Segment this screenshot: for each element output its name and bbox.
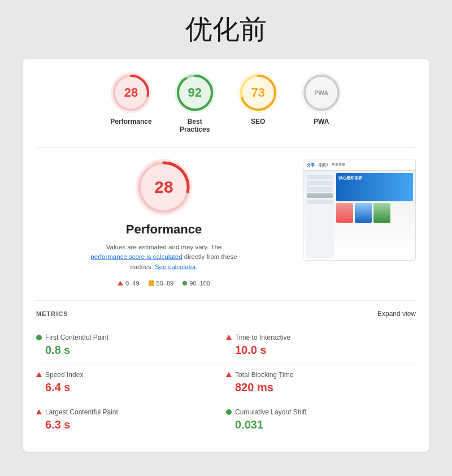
ss-logo: 分享: [307, 162, 315, 168]
metric-fcp-value: 0.8 s: [36, 344, 226, 357]
metric-tti-indicator: [226, 335, 232, 340]
metric-si-row: Speed Index: [36, 371, 226, 379]
score-item-seo: 73 SEO: [238, 72, 279, 133]
metric-lcp-value: 6.3 s: [36, 418, 226, 431]
metric-tti-row: Time to Interactive: [226, 334, 416, 341]
score-number-performance: 28: [124, 85, 138, 100]
metric-tbt-value: 820 ms: [226, 381, 416, 394]
metric-tti-value: 10.0 s: [226, 344, 416, 357]
legend-row: 0–49 50–89 90–100: [118, 280, 210, 287]
ss-sidebar: [306, 173, 334, 258]
score-circle-pwa: PWA: [301, 72, 342, 113]
metric-si-value: 6.4 s: [36, 381, 226, 394]
metric-si: Speed Index 6.4 s: [36, 364, 226, 401]
score-item-performance: 28 Performance: [110, 72, 151, 133]
main-card: 28 Performance 92 BestPractices: [23, 59, 429, 452]
score-circle-performance: 28: [111, 72, 151, 113]
big-performance-circle: 28: [136, 159, 192, 215]
legend-red: 0–49: [118, 280, 139, 287]
ss-sidebar-item: [307, 175, 333, 179]
metric-fcp: First Contentful Paint 0.8 s: [36, 327, 226, 364]
score-item-best-practices: 92 BestPractices: [175, 72, 215, 133]
metric-cls-value: 0.031: [226, 418, 416, 431]
metric-tbt-indicator: [226, 372, 232, 377]
scores-row: 28 Performance 92 BestPractices: [36, 72, 416, 148]
divider: [36, 300, 416, 301]
metric-cls-indicator: [226, 409, 232, 415]
big-score: 28: [154, 178, 173, 197]
metric-cls-row: Cumulative Layout Shift: [226, 408, 416, 416]
score-circle-best-practices: 92: [175, 72, 215, 113]
ss-nav2: 更多菜单: [332, 162, 345, 167]
metrics-grid: First Contentful Paint 0.8 s Time to Int…: [36, 327, 416, 438]
ss-product: [336, 203, 353, 223]
page-title: 优化前: [185, 11, 267, 47]
metric-tti: Time to Interactive 10.0 s: [226, 327, 416, 364]
metric-lcp-indicator: [36, 409, 42, 414]
perf-score-link[interactable]: performance score is calculated: [90, 253, 182, 260]
ss-product: [355, 203, 372, 223]
score-circle-seo: 73: [238, 72, 279, 113]
metric-tbt: Total Blocking Time 820 ms: [226, 364, 416, 401]
ss-sidebar-item: [307, 200, 333, 204]
screenshot-preview: 分享 导航1 更多菜单 以心感知世界: [303, 159, 416, 261]
metric-tti-name: Time to Interactive: [235, 334, 290, 341]
ss-banner: 以心感知世界: [336, 173, 413, 201]
legend-square-orange: [149, 280, 154, 286]
metric-si-indicator: [36, 372, 42, 377]
score-label-performance: Performance: [110, 118, 151, 126]
ss-products: [336, 203, 413, 223]
expand-view-button[interactable]: Expand view: [377, 310, 416, 318]
metric-tbt-row: Total Blocking Time: [226, 371, 416, 379]
calculator-link[interactable]: See calculator.: [155, 263, 197, 270]
legend-label-orange: 50–89: [157, 280, 174, 287]
ss-sidebar-item: [307, 181, 333, 185]
legend-label-green: 90–100: [189, 280, 210, 287]
metric-fcp-indicator: [36, 335, 42, 340]
score-label-best-practices: BestPractices: [180, 118, 210, 133]
score-item-pwa: PWA PWA: [301, 72, 342, 133]
metric-tbt-name: Total Blocking Time: [235, 371, 293, 379]
metric-fcp-name: First Contentful Paint: [45, 334, 108, 341]
score-number-seo: 73: [251, 85, 264, 100]
legend-green: 90–100: [182, 280, 210, 287]
metric-fcp-row: First Contentful Paint: [36, 334, 226, 341]
metric-cls: Cumulative Layout Shift 0.031: [226, 401, 416, 438]
perf-title: Performance: [126, 222, 202, 237]
main-content: 28 Performance Values are estimated and …: [36, 159, 416, 287]
metric-lcp: Largest Contentful Paint 6.3 s: [36, 401, 226, 438]
ss-sidebar-item: [307, 187, 333, 192]
screenshot-mockup: 分享 导航1 更多菜单 以心感知世界: [303, 159, 415, 260]
ss-product: [373, 203, 390, 223]
metric-si-name: Speed Index: [45, 371, 83, 379]
performance-left: 28 Performance Values are estimated and …: [36, 159, 292, 287]
legend-label-red: 0–49: [125, 280, 139, 287]
ss-header: 分享 导航1 更多菜单: [303, 159, 415, 171]
metrics-header: METRICS Expand view: [36, 310, 416, 318]
score-number-pwa: PWA: [314, 89, 328, 96]
legend-dot-green: [182, 281, 187, 285]
ss-nav1: 导航1: [318, 162, 328, 168]
ss-sidebar-item: [307, 193, 333, 198]
metrics-label: METRICS: [36, 310, 68, 317]
metric-cls-name: Cumulative Layout Shift: [235, 408, 307, 416]
metric-lcp-row: Largest Contentful Paint: [36, 408, 226, 416]
score-number-best-practices: 92: [188, 85, 201, 100]
score-label-pwa: PWA: [314, 118, 329, 126]
legend-orange: 50–89: [149, 280, 174, 287]
legend-triangle-red: [118, 281, 123, 285]
ss-main: 以心感知世界: [336, 173, 413, 258]
score-label-seo: SEO: [251, 118, 265, 126]
perf-description: Values are estimated and may vary. The p…: [90, 243, 237, 272]
metric-lcp-name: Largest Contentful Paint: [45, 408, 118, 416]
big-circle-inner: 28: [136, 159, 192, 215]
